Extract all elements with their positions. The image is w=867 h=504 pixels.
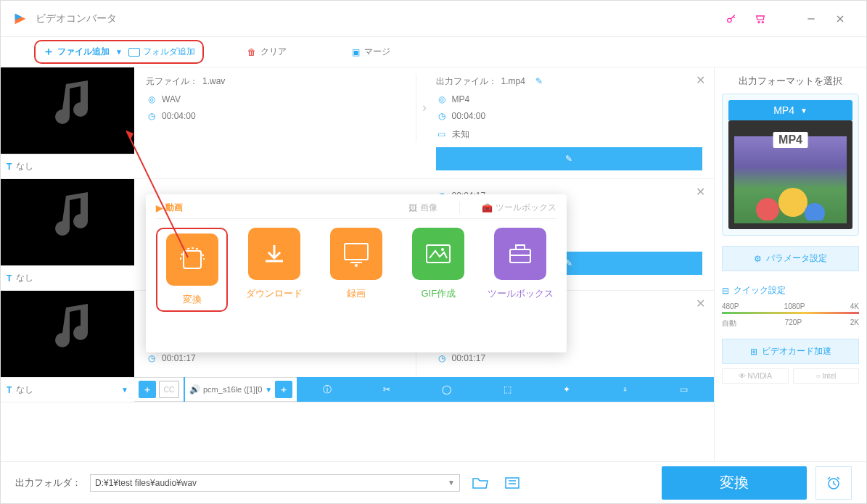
subtitle-icon: T (7, 273, 12, 284)
cc-icon[interactable]: CC (159, 381, 179, 398)
item-control-bar: ＋ CC 🔊 pcm_s16le ([1][0 ▼ ＋ ⓘ ✂ ◯ ⬚ (134, 377, 714, 402)
chevron-down-icon[interactable]: ▼ (265, 386, 272, 394)
add-audio-button[interactable]: ＋ (275, 381, 292, 398)
edit-action-button[interactable]: ✎ (436, 147, 703, 170)
src-duration: 00:01:17 (162, 353, 196, 363)
out-file-name: 1.mp4 (501, 76, 525, 86)
crop-icon[interactable]: ⬚ (504, 384, 511, 394)
cart-icon[interactable] (746, 6, 775, 32)
quick-label: クイック設定 (734, 284, 786, 297)
add-file-label: ファイル追加 (57, 46, 110, 58)
popup-card-record[interactable]: 録画 (320, 228, 392, 312)
music-note-icon (41, 304, 99, 355)
quick-icon: ⊟ (722, 286, 729, 296)
resolution-slider[interactable]: 480P 1080P 4K 自動 720P 2K (722, 302, 859, 329)
subtitle-selector[interactable]: T なし (1, 265, 134, 290)
output-format-panel: 出力フォーマットを選択 MP4▼ MP4 ⚙パラメータ設定 ⊟クイック設定 48… (714, 67, 866, 461)
slider-tick: 1080P (784, 302, 805, 310)
src-duration: 00:04:00 (162, 111, 196, 121)
popup-card-toolbox-label: ツールボックス (485, 287, 556, 300)
format-selector[interactable]: MP4▼ MP4 (722, 94, 859, 236)
music-note-icon (41, 80, 99, 131)
watermark-icon[interactable]: ♀ (622, 384, 628, 394)
app-title: ビデオコンバータ (36, 12, 717, 25)
video-small-icon: ▶ (156, 203, 163, 213)
svg-rect-7 (345, 244, 368, 260)
convert-icon (166, 234, 218, 286)
popup-card-gif[interactable]: GIF作成 (403, 228, 474, 312)
svg-rect-19 (506, 478, 519, 488)
subtitle-value: なし (16, 384, 121, 396)
clear-button[interactable]: 🗑 クリア (247, 46, 287, 58)
clock-icon: ◷ (146, 353, 157, 363)
popup-card-record-label: 録画 (320, 287, 392, 300)
subtitle-selector[interactable]: T なし (1, 154, 134, 178)
rotate-icon[interactable]: ◯ (442, 384, 451, 394)
svg-point-9 (355, 264, 358, 267)
popup-card-convert[interactable]: 変換 (156, 228, 228, 312)
popup-tab-toolbox[interactable]: 🧰ツールボックス (482, 202, 556, 214)
popup-tab-video-label: 動画 (165, 202, 183, 214)
disc-icon: ◎ (436, 94, 448, 104)
format-name: MP4 (773, 104, 794, 116)
minimize-button[interactable] (797, 6, 826, 32)
download-icon (248, 228, 300, 280)
subtitle-edit-icon[interactable]: ▭ (680, 384, 688, 394)
chevron-down-icon: ▼ (800, 107, 808, 115)
gpu-label: ビデオカード加速 (762, 345, 831, 358)
effect-icon[interactable]: ✦ (563, 384, 570, 394)
output-path-input[interactable]: D:¥1¥test files¥audio¥wav▼ (90, 474, 460, 492)
chevron-down-icon: ▼ (121, 386, 128, 394)
merge-button[interactable]: ▣ マージ (352, 46, 390, 58)
parameter-settings-button[interactable]: ⚙パラメータ設定 (722, 246, 859, 271)
convert-button[interactable]: 変換 (662, 466, 807, 500)
slider-tick: 自動 (722, 318, 736, 329)
quick-settings-title: ⊟クイック設定 (722, 284, 859, 297)
remove-item-button[interactable]: ✕ (696, 297, 705, 310)
popup-card-toolbox[interactable]: ツールボックス (485, 228, 556, 312)
cut-icon[interactable]: ✂ (383, 384, 390, 394)
svg-point-2 (762, 21, 763, 22)
out-format: MP4 (452, 94, 470, 104)
remove-item-button[interactable]: ✕ (696, 185, 705, 199)
add-folder-label: フォルダ追加 (143, 46, 195, 58)
key-icon[interactable] (717, 6, 746, 32)
browse-folder-button[interactable] (469, 471, 492, 495)
src-file-label: 元ファイル： (146, 75, 198, 88)
gpu-accel-button[interactable]: ⊞ビデオカード加速 (722, 339, 859, 364)
info-icon[interactable]: ⓘ (323, 384, 332, 396)
add-file-button[interactable]: ＋ ファイル追加 (43, 44, 110, 59)
parameter-label: パラメータ設定 (766, 252, 827, 265)
popup-tab-video[interactable]: ▶動画 (156, 202, 183, 214)
clear-label: クリア (260, 46, 287, 58)
merge-label: マージ (364, 46, 390, 58)
trash-icon: 🗑 (247, 47, 256, 57)
popup-card-download[interactable]: ダウンロード (238, 228, 310, 312)
subtitle-selector[interactable]: T なし ▼ (1, 377, 134, 402)
thumbnail[interactable] (1, 291, 134, 378)
file-list: T なし ✕ 元ファイル：1.wav › 出力ファイル：1.mp4✎ ◎WAV … (1, 67, 714, 461)
remove-item-button[interactable]: ✕ (696, 73, 705, 87)
schedule-button[interactable] (815, 466, 852, 500)
popup-tab-toolbox-label: ツールボックス (496, 202, 556, 214)
merge-icon: ▣ (352, 47, 360, 57)
svg-point-0 (728, 18, 731, 22)
popup-tab-image[interactable]: 🖼画像 (408, 202, 437, 214)
thumbnail[interactable] (1, 67, 134, 154)
folder-icon (128, 48, 140, 57)
edit-pen-icon[interactable]: ✎ (535, 76, 543, 86)
open-folder-button[interactable] (501, 471, 524, 495)
gif-icon (412, 228, 464, 280)
thumbnail[interactable] (1, 179, 134, 266)
add-folder-button[interactable]: フォルダ追加 (128, 46, 195, 58)
settings-icon: ⚙ (754, 254, 762, 264)
close-button[interactable] (826, 6, 855, 32)
src-format: WAV (162, 94, 181, 104)
convert-label: 変換 (720, 473, 749, 492)
audio-track-label: pcm_s16le ([1][0 (203, 385, 262, 394)
add-subtitle-button[interactable]: ＋ (139, 381, 156, 398)
toolbox-small-icon: 🧰 (482, 203, 493, 213)
add-file-dropdown-icon[interactable]: ▼ (115, 48, 123, 56)
subtitle-value: なし (16, 272, 128, 284)
format-preview-image: MP4 (728, 120, 852, 229)
